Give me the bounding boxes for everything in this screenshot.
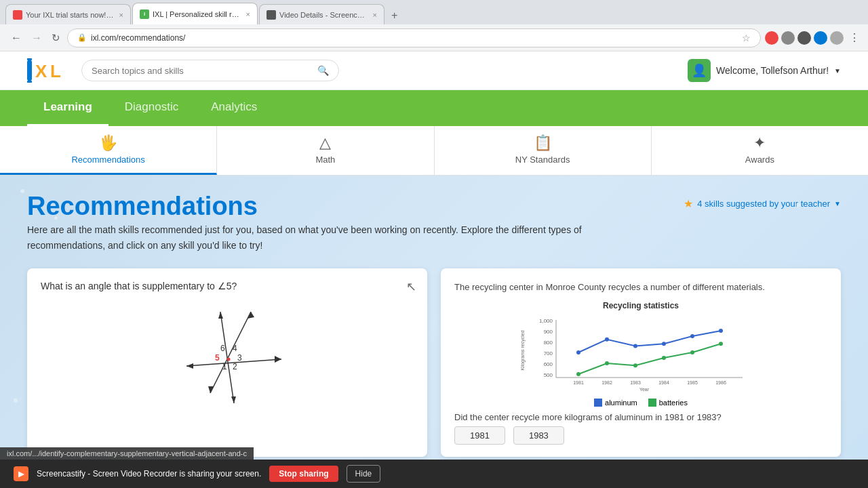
svg-point-41 <box>690 334 694 338</box>
ext-icon-4[interactable] <box>814 31 827 45</box>
chart-description: The recycling center in Monroe County re… <box>454 281 827 294</box>
screencastify-icon: ▶ <box>14 466 28 481</box>
svg-marker-13 <box>186 363 193 369</box>
svg-marker-9 <box>275 356 281 363</box>
answer-1981-button[interactable]: 1981 <box>454 426 505 445</box>
recycling-chart-svg: 1,000 900 800 700 600 500 Kilograms recy… <box>454 313 827 394</box>
dropdown-arrow-icon[interactable]: ▼ <box>834 67 841 75</box>
svg-marker-12 <box>231 396 236 403</box>
svg-text:1981: 1981 <box>573 380 584 385</box>
svg-text:Kilograms recycled: Kilograms recycled <box>520 330 526 370</box>
search-box[interactable]: 🔍 <box>81 60 339 81</box>
svg-text:500: 500 <box>544 372 553 378</box>
svg-text:900: 900 <box>544 329 553 335</box>
answer-1983-button[interactable]: 1983 <box>513 426 564 445</box>
svg-text:700: 700 <box>544 350 553 357</box>
skill-cards-grid: What is an angle that is supplementary t… <box>27 268 841 457</box>
search-icon[interactable]: 🔍 <box>317 65 329 76</box>
svg-line-7 <box>220 312 234 403</box>
new-tab-button[interactable]: + <box>386 7 403 24</box>
geometry-question: What is an angle that is supplementary t… <box>41 281 414 291</box>
svg-text:600: 600 <box>544 361 553 367</box>
search-input[interactable] <box>92 66 312 76</box>
svg-text:4: 4 <box>233 344 237 353</box>
batteries-label: batteries <box>659 399 688 407</box>
svg-marker-8 <box>248 312 254 319</box>
sub-nav-recommendations[interactable]: 🖐 Recommendations <box>0 126 217 175</box>
screencastify-message: Screencastify - Screen Video Recorder is… <box>37 469 261 479</box>
back-button[interactable]: ← <box>8 29 24 47</box>
svg-point-42 <box>719 329 723 333</box>
svg-text:2: 2 <box>233 362 237 371</box>
angle-diagram: 4 3 2 1 5 6 <box>41 298 414 413</box>
sub-nav: 🖐 Recommendations △ Math 📋 NY Standards … <box>0 126 868 176</box>
reload-button[interactable]: ↻ <box>49 29 63 47</box>
aluminum-color <box>594 399 602 407</box>
skill-card-geometry[interactable]: What is an angle that is supplementary t… <box>27 268 427 457</box>
user-area: 👤 Welcome, Tollefson Arthur! ▼ <box>688 59 841 82</box>
logo-svg: X L <box>27 58 68 83</box>
svg-text:L: L <box>50 61 61 81</box>
legend-aluminum: aluminum <box>594 399 637 407</box>
legend-batteries: batteries <box>648 399 688 407</box>
svg-point-45 <box>633 363 637 367</box>
svg-text:1986: 1986 <box>715 380 726 385</box>
svg-point-38 <box>605 337 609 341</box>
stop-sharing-button[interactable]: Stop sharing <box>269 466 338 482</box>
tab1-close[interactable]: × <box>119 11 123 19</box>
nav-item-diagnostic[interactable]: Diagnostic <box>108 90 195 126</box>
nav-item-learning[interactable]: Learning <box>27 90 108 126</box>
screencastify-bar: ▶ Screencastify - Screen Video Recorder … <box>0 460 868 488</box>
teacher-skills-badge[interactable]: ★ 4 skills suggested by your teacher ▼ <box>684 197 841 210</box>
address-bar[interactable]: 🔒 ixl.com/recommendations/ ☆ <box>67 28 761 47</box>
page-description: Here are all the math skills recommended… <box>27 222 583 253</box>
svg-text:1985: 1985 <box>687 380 698 385</box>
cursor-pointer-icon: ↖ <box>406 279 416 294</box>
main-nav: Learning Diagnostic Analytics <box>0 90 868 126</box>
answer-buttons: 1981 1983 <box>454 426 827 445</box>
tab2-title: IXL | Personalized skill recom... <box>153 10 241 18</box>
svg-text:800: 800 <box>544 340 553 346</box>
sub-nav-awards[interactable]: ✦ Awards <box>652 126 868 175</box>
star-icon: ★ <box>684 197 693 210</box>
svg-text:6: 6 <box>220 344 225 353</box>
svg-point-1 <box>27 58 32 62</box>
recommendations-icon: 🖐 <box>99 134 117 152</box>
ny-standards-label: NY Standards <box>515 155 570 165</box>
svg-point-39 <box>633 344 637 348</box>
skill-card-chart[interactable]: The recycling center in Monroe County re… <box>441 268 841 457</box>
browser-tab-3[interactable]: Video Details - Screencastify × <box>259 4 384 24</box>
svg-text:3: 3 <box>237 353 242 363</box>
angle-svg: 4 3 2 1 5 6 <box>153 298 302 413</box>
tab3-title: Video Details - Screencastify <box>279 11 368 19</box>
star-icon[interactable]: ☆ <box>742 33 751 43</box>
browser-tab-2[interactable]: i IXL | Personalized skill recom... × <box>132 3 258 24</box>
tab3-close[interactable]: × <box>373 11 377 19</box>
content-area: Recommendations ★ 4 skills suggested by … <box>0 176 868 470</box>
nav-item-analytics[interactable]: Analytics <box>195 90 273 126</box>
ext-icon-1[interactable] <box>765 31 778 45</box>
browser-tab-1[interactable]: Your IXL trial starts now! - ma... × <box>5 4 131 24</box>
svg-point-43 <box>576 372 580 376</box>
more-button[interactable]: ⋮ <box>849 31 860 44</box>
app-header: X L 🔍 👤 Welcome, Tollefson Arthur! ▼ <box>0 52 868 90</box>
ext-icon-3[interactable] <box>797 31 811 45</box>
svg-point-2 <box>27 80 32 83</box>
svg-point-14 <box>227 358 231 361</box>
sub-nav-math[interactable]: △ Math <box>217 126 434 175</box>
hide-button[interactable]: Hide <box>347 465 381 483</box>
chart-title-label: Recycling statistics <box>454 301 827 310</box>
batteries-color <box>648 399 656 407</box>
svg-text:X: X <box>35 61 47 81</box>
chart-legend: aluminum batteries <box>454 399 827 407</box>
forward-button[interactable]: → <box>28 29 45 47</box>
tab2-close[interactable]: × <box>246 10 250 18</box>
sub-nav-ny-standards[interactable]: 📋 NY Standards <box>435 126 652 175</box>
svg-text:1: 1 <box>222 362 227 371</box>
browser-chrome: Your IXL trial starts now! - ma... × i I… <box>0 0 868 24</box>
svg-point-40 <box>662 342 666 346</box>
ixl-logo[interactable]: X L <box>27 58 68 83</box>
math-label: Math <box>315 155 335 165</box>
ext-icon-2[interactable] <box>781 31 795 45</box>
ext-icon-5[interactable] <box>830 31 844 45</box>
